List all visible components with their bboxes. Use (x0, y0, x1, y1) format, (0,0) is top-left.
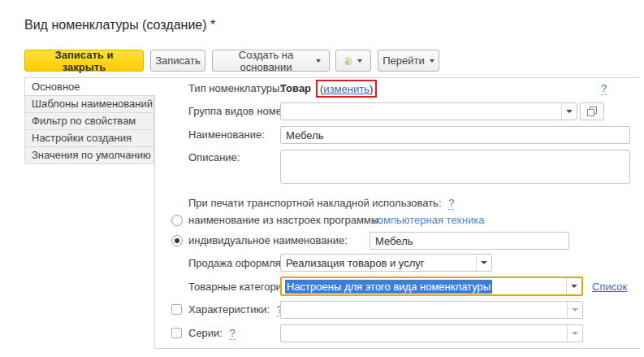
type-value: Товар (280, 82, 311, 94)
go-to-label: Перейти (383, 54, 425, 67)
description-textarea[interactable] (281, 150, 629, 183)
characteristics-combobox (280, 301, 583, 319)
tab-creation-settings[interactable]: Настройки создания (24, 129, 154, 147)
program-name-value[interactable]: компьютерная техника (373, 214, 485, 226)
series-input (281, 325, 567, 342)
group-open-button[interactable] (580, 102, 604, 120)
group-combobox (280, 102, 577, 120)
document-history-dropdown-button[interactable] (335, 50, 371, 72)
series-dropdown-button[interactable] (567, 325, 582, 342)
nomenclature-type-window: Вид номенклатуры (создание) * Записать и… (0, 0, 644, 357)
chevron-down-icon (481, 261, 487, 264)
tab-label: Основное (32, 81, 80, 93)
radio-individual-label: индивидуальное наименование: (188, 234, 348, 246)
categories-dropdown-button[interactable] (566, 278, 581, 294)
save-button[interactable]: Записать (150, 50, 205, 72)
create-based-on-button[interactable]: Создать на основании (212, 50, 330, 72)
description-label: Описание: (188, 151, 240, 163)
tab-property-filter[interactable]: Фильтр по свойствам (24, 112, 154, 130)
panel-bottom-border (154, 348, 640, 349)
characteristics-label: Характеристики: (188, 303, 270, 316)
tab-label: Настройки создания (32, 132, 132, 144)
print-section-label: При печати транспортной накладной исполь… (188, 197, 454, 209)
series-label: Серии: (188, 327, 223, 339)
sale-combobox (280, 254, 492, 272)
tab-name-templates[interactable]: Шаблоны наименований (24, 95, 154, 113)
help-link-top[interactable]: ? (601, 82, 607, 95)
tab-default-values[interactable]: Значения по умолчанию (24, 146, 154, 164)
categories-list-link[interactable]: Список (592, 281, 627, 293)
name-label: Наименование: (188, 128, 265, 141)
series-combobox (280, 324, 583, 342)
categories-combobox[interactable]: Настроены для этого вида номенклатуры (280, 276, 583, 296)
go-to-button[interactable]: Перейти (378, 50, 439, 72)
characteristics-label-wrap: Характеристики: ? (188, 303, 283, 316)
chevron-down-icon (572, 308, 578, 311)
tab-label: Фильтр по свойствам (32, 115, 136, 127)
save-and-close-button[interactable]: Записать и закрыть (24, 50, 144, 72)
series-help-link[interactable]: ? (230, 327, 236, 340)
categories-label: Товарные категории: (188, 281, 291, 293)
chevron-down-icon (430, 59, 434, 63)
radio-program-name[interactable] (171, 215, 183, 226)
group-dropdown-button[interactable] (561, 103, 577, 120)
categories-value-wrap: Настроены для этого вида номенклатуры (282, 278, 566, 294)
categories-selected-text: Настроены для этого вида номенклатуры (285, 280, 492, 294)
paren-close: ) (370, 83, 373, 95)
radio-program-label: наименование из настроек программы: (188, 214, 382, 226)
change-type-link[interactable]: изменить (323, 83, 370, 95)
tab-label: Значения по умолчанию (32, 149, 151, 161)
sale-dropdown-button[interactable] (476, 255, 491, 271)
chevron-down-icon (316, 59, 321, 63)
name-input[interactable] (281, 127, 629, 143)
chevron-down-icon (571, 285, 577, 288)
characteristics-dropdown-button[interactable] (567, 302, 582, 318)
print-help-link[interactable]: ? (448, 197, 454, 210)
individual-name-input[interactable] (370, 233, 568, 249)
series-checkbox[interactable] (171, 328, 182, 338)
page-title: Вид номенклатуры (создание) * (24, 18, 215, 33)
series-label-wrap: Серии: ? (188, 327, 236, 339)
characteristics-input (281, 302, 567, 318)
chevron-down-icon (357, 59, 362, 63)
tab-label: Шаблоны наименований (32, 98, 153, 110)
tabs-form-divider (154, 77, 155, 349)
chevron-down-icon (566, 110, 573, 113)
description-field-wrap (280, 150, 630, 184)
tab-main[interactable]: Основное (24, 77, 155, 96)
radio-individual-name[interactable] (171, 235, 183, 246)
annotation-red-box: (изменить) (316, 80, 377, 98)
create-based-on-label: Создать на основании (221, 49, 311, 73)
type-label: Тип номенклатуры: (188, 82, 283, 94)
print-label-text: При печати транспортной накладной исполь… (188, 197, 442, 209)
sale-input[interactable] (281, 255, 476, 271)
characteristics-checkbox[interactable] (171, 304, 182, 315)
chevron-down-icon (572, 332, 578, 335)
document-with-clock-icon (344, 54, 352, 67)
save-label: Записать (155, 54, 201, 67)
name-field-wrap (280, 126, 630, 144)
individual-name-field-wrap (370, 232, 569, 250)
group-input[interactable] (281, 103, 561, 120)
open-form-icon (587, 107, 597, 116)
save-and-close-label: Записать и закрыть (33, 49, 135, 73)
